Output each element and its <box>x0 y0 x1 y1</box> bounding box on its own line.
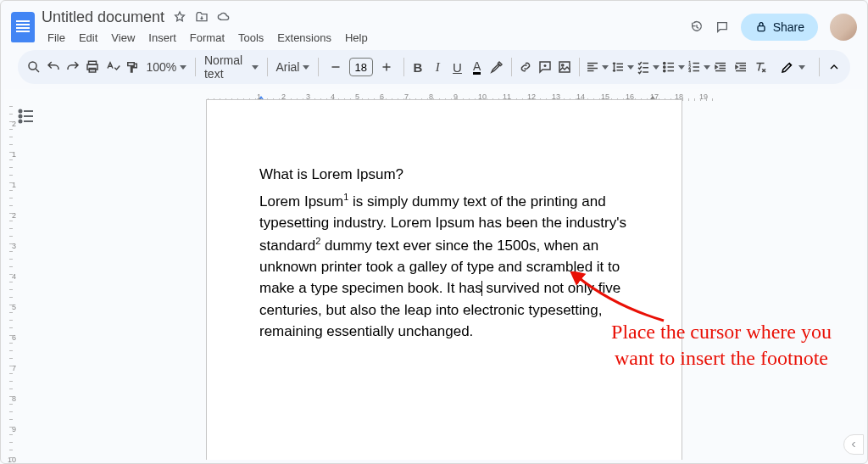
share-button[interactable]: Share <box>741 14 818 41</box>
doc-heading: What is Lorem Ipsum? <box>259 166 629 183</box>
clear-format-icon[interactable] <box>751 55 769 79</box>
svg-point-7 <box>663 62 665 64</box>
svg-point-8 <box>663 66 665 68</box>
search-icon[interactable] <box>25 55 42 79</box>
star-icon[interactable] <box>173 10 186 24</box>
italic-icon[interactable]: I <box>429 55 447 79</box>
docs-logo[interactable] <box>11 12 35 42</box>
collapse-toolbar-icon[interactable] <box>824 54 843 80</box>
editing-mode[interactable] <box>771 59 814 75</box>
link-icon[interactable] <box>516 55 534 79</box>
history-icon[interactable] <box>690 20 704 34</box>
menu-edit[interactable]: Edit <box>73 30 103 46</box>
print-icon[interactable] <box>84 55 102 79</box>
bullet-list-icon[interactable] <box>661 55 685 79</box>
insert-image-icon[interactable] <box>556 55 574 79</box>
move-icon[interactable] <box>195 10 209 24</box>
highlight-icon[interactable] <box>487 55 505 79</box>
toolbar: 100% Normal text Arial 18 B I U A 123 <box>18 50 850 84</box>
font-select[interactable]: Arial <box>272 60 312 74</box>
zoom-select[interactable]: 100% <box>142 60 190 74</box>
explore-icon[interactable] <box>843 434 864 455</box>
font-size-decrease[interactable] <box>324 55 348 79</box>
redo-icon[interactable] <box>64 55 81 79</box>
avatar[interactable] <box>830 14 857 41</box>
menu-extensions[interactable]: Extensions <box>271 30 337 46</box>
comment-icon[interactable] <box>715 20 729 34</box>
menu-bar: File Edit View Insert Format Tools Exten… <box>42 27 683 48</box>
paragraph-style-select[interactable]: Normal text <box>201 53 262 81</box>
doc-body: Lorem Ipsum1 is simply dummy text of the… <box>259 190 629 343</box>
text-color-icon[interactable]: A <box>468 55 486 79</box>
line-spacing-icon[interactable] <box>610 55 634 79</box>
font-size-increase[interactable] <box>375 55 398 79</box>
menu-help[interactable]: Help <box>339 30 374 46</box>
svg-rect-0 <box>758 26 765 31</box>
paint-format-icon[interactable] <box>123 55 141 79</box>
outdent-icon[interactable] <box>712 55 730 79</box>
spellcheck-icon[interactable] <box>103 55 121 79</box>
svg-point-9 <box>663 70 665 71</box>
svg-rect-5 <box>559 62 570 72</box>
share-label: Share <box>773 20 804 34</box>
svg-point-1 <box>29 62 36 70</box>
indent-icon[interactable] <box>732 55 749 79</box>
document-page[interactable]: What is Lorem Ipsum? Lorem Ipsum1 is sim… <box>206 99 682 460</box>
svg-text:3: 3 <box>688 68 691 73</box>
align-icon[interactable] <box>585 55 609 79</box>
menu-format[interactable]: Format <box>184 30 231 46</box>
doc-title[interactable]: Untitled document <box>42 8 164 26</box>
svg-point-6 <box>562 64 564 66</box>
menu-tools[interactable]: Tools <box>232 30 270 46</box>
bold-icon[interactable]: B <box>409 55 426 79</box>
cloud-icon[interactable] <box>217 10 231 24</box>
checklist-icon[interactable] <box>636 55 659 79</box>
undo-icon[interactable] <box>44 55 62 79</box>
vertical-ruler: 2112345678910 <box>4 89 21 460</box>
menu-view[interactable]: View <box>105 30 141 46</box>
font-size-input[interactable]: 18 <box>349 58 373 76</box>
underline-icon[interactable]: U <box>448 55 466 79</box>
menu-insert[interactable]: Insert <box>142 30 182 46</box>
menu-file[interactable]: File <box>42 30 71 46</box>
add-comment-icon[interactable] <box>537 55 554 79</box>
numbered-list-icon[interactable]: 123 <box>687 55 710 79</box>
